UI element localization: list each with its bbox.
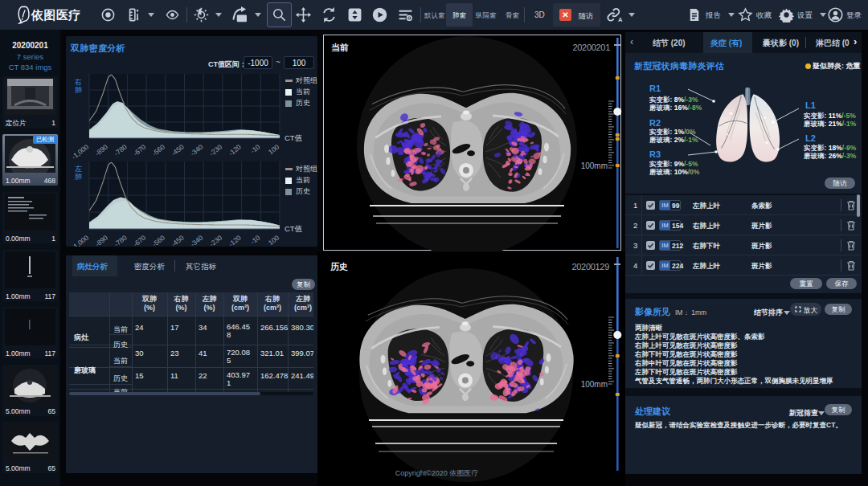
svg-text:-230: -230 <box>208 234 224 247</box>
svg-text:CT值: CT值 <box>285 133 302 142</box>
svg-text:-670: -670 <box>132 234 148 247</box>
svg-text:-340: -340 <box>189 234 205 247</box>
svg-text:-780: -780 <box>113 234 129 247</box>
svg-text:-560: -560 <box>150 143 166 158</box>
svg-text:-780: -780 <box>113 143 129 158</box>
svg-text:-560: -560 <box>150 234 166 247</box>
svg-text:-1,000: -1,000 <box>70 143 90 161</box>
svg-text:-230: -230 <box>208 143 224 158</box>
svg-text:-890: -890 <box>93 143 109 158</box>
svg-text:100: 100 <box>267 234 281 247</box>
svg-text:-670: -670 <box>132 143 148 158</box>
svg-text:-890: -890 <box>93 234 109 247</box>
svg-text:CT值: CT值 <box>285 224 302 233</box>
svg-text:-120: -120 <box>227 234 243 247</box>
svg-text:-10: -10 <box>249 234 262 247</box>
svg-text:-340: -340 <box>189 143 205 158</box>
svg-text:100: 100 <box>267 143 281 157</box>
svg-text:-450: -450 <box>170 234 186 247</box>
svg-text:-10: -10 <box>249 143 262 156</box>
svg-text:-450: -450 <box>170 143 186 158</box>
svg-text:-120: -120 <box>227 143 243 158</box>
svg-text:-1,000: -1,000 <box>70 234 90 247</box>
